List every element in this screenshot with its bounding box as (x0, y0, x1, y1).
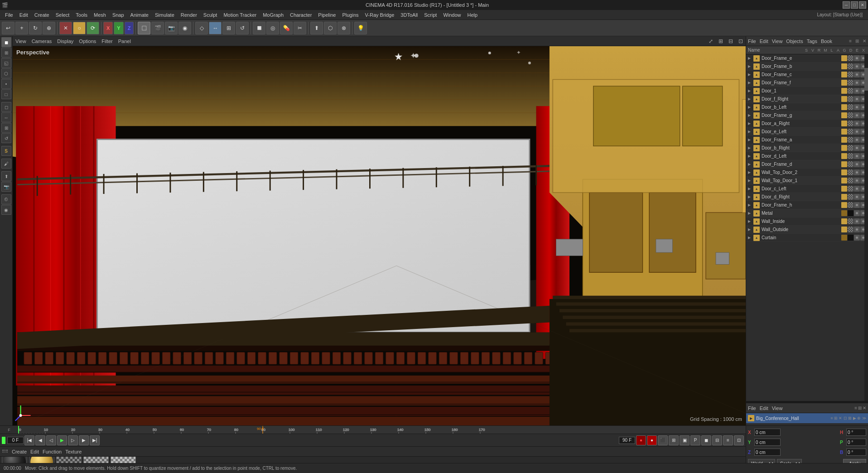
vp-menu-display[interactable]: Display (57, 39, 73, 44)
obj-icon1[interactable]: ≡ (849, 39, 852, 43)
table-row[interactable]: ▶▲Wall_Top_Door_2 (746, 169, 868, 177)
table-row[interactable]: ▶▲Door_d_Left (746, 152, 868, 160)
left-btn-edge[interactable]: ◱ (1, 58, 11, 68)
menu-file[interactable]: File (2, 11, 16, 19)
maximize-btn[interactable]: □ (851, 1, 858, 9)
menu-edit[interactable]: Edit (16, 11, 31, 19)
table-row[interactable]: ▶▲Door_Frame_d (746, 160, 868, 169)
y-axis-btn[interactable]: Y (114, 22, 123, 34)
menu-animate[interactable]: Animate (127, 11, 152, 19)
obj-icon3[interactable]: ✕ (863, 39, 866, 43)
light-btn[interactable]: 💡 (354, 22, 367, 34)
close-btn[interactable]: ✕ (859, 1, 866, 9)
scene-icon2[interactable]: ⊞ (858, 405, 862, 410)
stop-btn[interactable]: ⬛ (658, 435, 668, 445)
scene-menu-file[interactable]: File (748, 405, 756, 411)
left-btn-texture[interactable]: ⊞ (1, 48, 11, 58)
obj-menu-file[interactable]: File (748, 39, 756, 44)
rotate-mode-btn[interactable]: ⟳ (87, 22, 99, 34)
left-btn-paint[interactable]: 🖌 (1, 159, 11, 169)
table-row[interactable]: ▶▲Wall_Inside (746, 217, 868, 226)
scene-row-main[interactable]: ▶ Big_Conference_Hall ≡ ⊞ ✕ ⊡ ⊠ ▶ ⊕ ≫ (746, 413, 868, 423)
left-btn-point[interactable]: • (1, 79, 11, 89)
mat-menu-create[interactable]: Create (12, 449, 27, 454)
table-row[interactable]: ▶▲Door_c_Left (746, 185, 868, 193)
menu-character[interactable]: Character (287, 11, 315, 19)
coord-y-input[interactable] (754, 439, 781, 446)
menu-mesh[interactable]: Mesh (91, 11, 109, 19)
move-mode-btn[interactable]: ✕ (59, 22, 72, 34)
menu-tools[interactable]: Tools (72, 11, 91, 19)
table-row[interactable]: ▶▲Door_1 (746, 87, 868, 95)
menu-pipeline[interactable]: Pipeline (315, 11, 339, 19)
refresh-btn[interactable]: ↻ (29, 22, 42, 34)
coord-b-input[interactable] (846, 449, 866, 456)
obj-icon2[interactable]: ⊞ (855, 39, 859, 43)
move-btn[interactable]: ↔ (209, 22, 222, 34)
table-row[interactable]: ▶▲Door_Frame_b (746, 63, 868, 71)
menu-snap[interactable]: Snap (109, 11, 127, 19)
play-start[interactable]: |◀ (24, 435, 34, 445)
scene-menu-view[interactable]: View (772, 405, 783, 411)
left-btn-sel[interactable]: ◻ (1, 102, 11, 112)
anim-btn[interactable]: 🎬 (151, 22, 164, 34)
select-btn[interactable]: ◇ (195, 22, 208, 34)
play-btn[interactable]: ▶ (57, 435, 67, 445)
undo-btn[interactable]: ↩ (2, 22, 14, 34)
view-btn6[interactable]: ≡ (723, 435, 733, 445)
table-row[interactable]: ▶▲Door_Frame_f (746, 79, 868, 87)
render-preview-btn[interactable]: 📷 (165, 22, 178, 34)
coord-h-input[interactable] (846, 429, 866, 436)
play-prev-frame[interactable]: ◁ (46, 435, 56, 445)
left-btn-rot2[interactable]: ↺ (1, 133, 11, 143)
obj-menu-book[interactable]: Book (821, 39, 832, 44)
record-btn[interactable]: ● (636, 435, 646, 445)
extrude-btn[interactable]: ⬆ (310, 22, 323, 34)
left-btn-model[interactable]: ◼ (1, 37, 11, 47)
view-btn7[interactable]: ⊡ (734, 435, 744, 445)
view-btn5[interactable]: ⊟ (712, 435, 722, 445)
left-btn-c4d2[interactable]: ◉ (1, 205, 11, 215)
record-status[interactable]: ● (647, 435, 657, 445)
table-row[interactable]: ▶▲Wall_Outside (746, 226, 868, 234)
minimize-btn[interactable]: ─ (843, 1, 850, 9)
capsule-btn[interactable]: 💊 (280, 22, 293, 34)
soft-select-btn[interactable]: ◎ (266, 22, 279, 34)
x-axis-btn[interactable]: X (103, 22, 113, 34)
scene-icon3[interactable]: ✕ (863, 405, 866, 410)
menu-vray[interactable]: V-Ray Bridge (362, 11, 398, 19)
z-axis-btn[interactable]: Z (125, 22, 134, 34)
view-btn1[interactable]: ⊞ (669, 435, 679, 445)
vp-nav-icon4[interactable]: ⊡ (738, 38, 743, 44)
obj-menu-objects[interactable]: Objects (786, 39, 803, 44)
vp-menu-panel[interactable]: Panel (118, 39, 131, 44)
table-row[interactable]: ▶▲Door_d_Right (746, 193, 868, 201)
table-row[interactable]: ▶▲Curtain (746, 234, 868, 242)
menu-sculpt[interactable]: Sculpt (200, 11, 221, 19)
left-btn-cam[interactable]: 📷 (1, 182, 11, 192)
table-row[interactable]: ▶▲Door_Frame_g (746, 111, 868, 120)
new-btn[interactable]: + (15, 22, 28, 34)
table-row[interactable]: ▶▲Door_b_Left (746, 103, 868, 111)
frame-input[interactable] (7, 437, 24, 444)
mat-menu-edit[interactable]: Edit (30, 449, 39, 454)
left-btn-scale2[interactable]: ⊞ (1, 123, 11, 133)
menu-3dtoall[interactable]: 3DToAll (397, 11, 421, 19)
menu-help[interactable]: Help (464, 11, 481, 19)
ipr-btn[interactable]: ◉ (178, 22, 191, 34)
left-btn-c4d1[interactable]: © (1, 194, 11, 204)
add-btn[interactable]: ⊕ (43, 22, 55, 34)
vp-menu-filter[interactable]: Filter (101, 39, 112, 44)
table-row[interactable]: ▶▲Door_Frame_h (746, 201, 868, 209)
table-row[interactable]: ▶▲Door_Frame_e (746, 54, 868, 63)
table-row[interactable]: ▶▲Metal (746, 209, 868, 217)
bevel-btn[interactable]: ⬡ (324, 22, 337, 34)
left-btn-s[interactable]: S (1, 146, 11, 156)
coord-z-input[interactable] (754, 449, 781, 456)
coord-x-input[interactable] (754, 429, 781, 436)
view-btn2[interactable]: ▣ (680, 435, 690, 445)
menu-script[interactable]: Script (421, 11, 440, 19)
menu-select[interactable]: Select (53, 11, 73, 19)
scene-menu-edit[interactable]: Edit (760, 405, 768, 411)
scene-icon1[interactable]: ≡ (854, 405, 857, 410)
